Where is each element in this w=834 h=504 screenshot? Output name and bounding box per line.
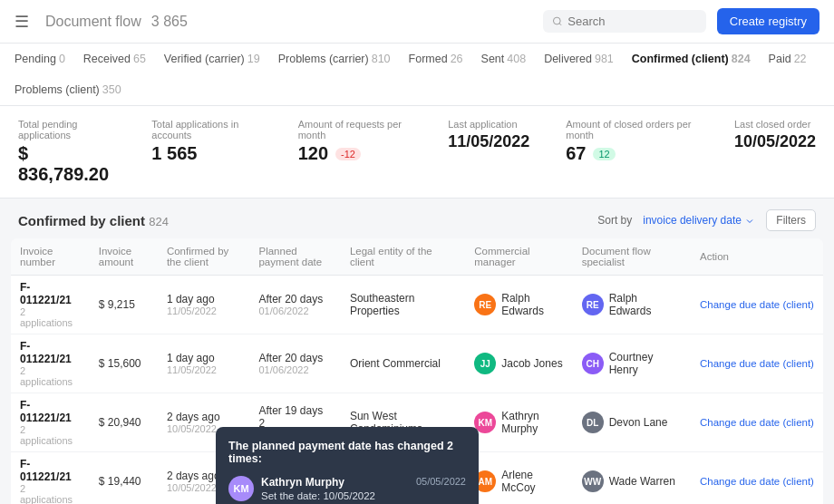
filters-button[interactable]: Filters bbox=[766, 209, 816, 231]
sort-label: Sort by bbox=[597, 214, 632, 227]
popup-date: 05/05/2022 bbox=[416, 476, 466, 489]
confirmed-date-cell: 1 day ago11/05/2022 bbox=[158, 276, 250, 334]
section-controls: Sort by invoice delivery date Filters bbox=[597, 209, 816, 231]
tab-received[interactable]: Received65 bbox=[83, 53, 146, 65]
stats-bar: Total pending applications$ 836,789.20To… bbox=[0, 106, 834, 199]
chevron-down-icon bbox=[744, 216, 755, 227]
stat-item: Last closed order10/05/2022 bbox=[734, 119, 816, 185]
tab-problems-client-[interactable]: Problems (client)350 bbox=[15, 83, 121, 96]
payment-date-popup: The planned payment date has changed 2 t… bbox=[216, 427, 479, 504]
sort-value[interactable]: invoice delivery date bbox=[643, 214, 755, 227]
tab-pending[interactable]: Pending0 bbox=[15, 53, 65, 65]
tab-verified-carrier-[interactable]: Verified (carrier)19 bbox=[164, 53, 260, 65]
menu-icon[interactable]: ☰ bbox=[15, 12, 29, 32]
legal-entity-cell: Orient Commercial bbox=[341, 334, 465, 393]
stat-item: Total applications in accounts1 565 bbox=[151, 119, 261, 185]
svg-point-0 bbox=[553, 17, 560, 24]
stat-item: Amount of closed orders per month6712 bbox=[566, 119, 698, 185]
invoice-amount-cell: $ 9,215 bbox=[90, 276, 158, 334]
popup-user-name: Kathryn Murphy bbox=[261, 476, 344, 489]
specialist-cell: CHCourtney Henry bbox=[573, 334, 691, 393]
popup-action: Set the date: 10/05/2022 bbox=[261, 490, 466, 501]
popup-avatar: KM bbox=[228, 476, 254, 501]
page-title: Document flow 3 865 bbox=[40, 12, 532, 31]
invoice-number-cell: F-011221/212 applications bbox=[11, 452, 90, 505]
column-header: Document flow specialist bbox=[573, 238, 691, 276]
manager-cell: RERalph Edwards bbox=[465, 276, 572, 334]
search-input[interactable] bbox=[567, 15, 696, 28]
action-cell[interactable]: Change due date (client) bbox=[691, 276, 823, 334]
invoice-number-cell: F-011221/212 applications bbox=[11, 393, 90, 452]
tab-delivered[interactable]: Delivered981 bbox=[544, 53, 614, 65]
stat-item: Amount of requests per month120-12 bbox=[298, 119, 412, 185]
tab-confirmed-client-[interactable]: Confirmed (client)824 bbox=[632, 53, 751, 65]
table-row: F-011221/212 applications$ 15,6001 day a… bbox=[11, 334, 823, 393]
column-header: Legal entity of the client bbox=[341, 238, 465, 276]
invoice-number-cell: F-011221/212 applications bbox=[11, 276, 90, 334]
manager-cell: JJJacob Jones bbox=[465, 334, 572, 393]
invoice-number-cell: F-011221/212 applications bbox=[11, 334, 90, 393]
specialist-cell: RERalph Edwards bbox=[573, 276, 691, 334]
section-header: Confirmed by client 824 Sort by invoice … bbox=[0, 199, 834, 238]
table-wrap: Invoice numberInvoice amountConfirmed by… bbox=[0, 238, 834, 504]
action-cell[interactable]: Change due date (client) bbox=[691, 393, 823, 452]
invoice-amount-cell: $ 20,940 bbox=[90, 393, 158, 452]
payment-date-cell: After 20 days01/06/2022 bbox=[249, 276, 340, 334]
tab-problems-carrier-[interactable]: Problems (carrier)810 bbox=[278, 53, 391, 65]
payment-date-cell: After 20 days01/06/2022 bbox=[249, 334, 340, 393]
specialist-cell: WWWade Warren bbox=[573, 452, 691, 505]
column-header: Commercial manager bbox=[465, 238, 572, 276]
tabs-bar: Pending0Received65Verified (carrier)19Pr… bbox=[0, 44, 834, 106]
invoice-amount-cell: $ 15,600 bbox=[90, 334, 158, 393]
tab-formed[interactable]: Formed26 bbox=[409, 53, 463, 65]
column-header: Planned payment date bbox=[249, 238, 340, 276]
column-header: Invoice number bbox=[11, 238, 90, 276]
manager-cell: AMArlene McCoy bbox=[465, 452, 572, 505]
stat-item: Total pending applications$ 836,789.20 bbox=[18, 119, 115, 185]
tab-paid[interactable]: Paid22 bbox=[769, 53, 807, 65]
action-cell[interactable]: Change due date (client) bbox=[691, 334, 823, 393]
column-header: Confirmed by the client bbox=[158, 238, 250, 276]
header: ☰ Document flow 3 865 Create registry bbox=[0, 0, 834, 44]
column-header: Invoice amount bbox=[90, 238, 158, 276]
popup-title: The planned payment date has changed 2 t… bbox=[228, 440, 466, 465]
create-registry-button[interactable]: Create registry bbox=[717, 8, 819, 34]
legal-entity-cell: Southeastern Properties bbox=[341, 276, 465, 334]
specialist-cell: DLDevon Lane bbox=[573, 393, 691, 452]
stat-item: Last application11/05/2022 bbox=[448, 119, 529, 185]
popup-item: KM Kathryn Murphy 05/05/2022 Set the dat… bbox=[228, 476, 466, 504]
section-title: Confirmed by client 824 bbox=[18, 213, 169, 228]
search-icon bbox=[552, 15, 563, 27]
table-row: F-011221/212 applications$ 9,2151 day ag… bbox=[11, 276, 823, 334]
search-box bbox=[543, 10, 706, 33]
manager-cell: KMKathryn Murphy bbox=[465, 393, 572, 452]
tab-sent[interactable]: Sent408 bbox=[481, 53, 527, 65]
invoice-amount-cell: $ 19,440 bbox=[90, 452, 158, 505]
popup-content: Kathryn Murphy 05/05/2022 Set the date: … bbox=[261, 476, 466, 504]
column-header: Action bbox=[691, 238, 823, 276]
confirmed-date-cell: 1 day ago11/05/2022 bbox=[158, 334, 250, 393]
action-cell[interactable]: Change due date (client) bbox=[691, 452, 823, 505]
